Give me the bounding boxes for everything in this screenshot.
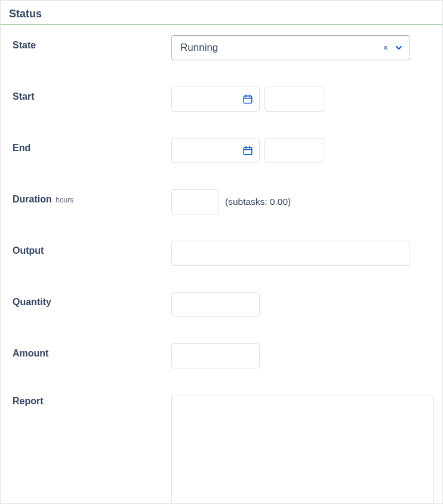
svg-rect-4 <box>244 147 252 155</box>
end-label: End <box>9 138 171 153</box>
status-form: State Running × Start End <box>1 24 442 504</box>
calendar-icon[interactable] <box>242 94 253 105</box>
clear-icon[interactable]: × <box>380 41 392 55</box>
svg-rect-0 <box>244 96 252 103</box>
amount-row: Amount <box>9 343 434 368</box>
chevron-down-icon[interactable] <box>392 43 405 53</box>
output-label: Output <box>9 241 171 256</box>
duration-hint: (subtasks: 0.00) <box>225 196 291 207</box>
state-label: State <box>9 35 171 51</box>
report-textarea[interactable] <box>171 395 434 504</box>
duration-label: Duration hours <box>9 189 171 205</box>
amount-input[interactable] <box>171 343 260 368</box>
output-row: Output <box>9 241 434 266</box>
duration-row: Duration hours (subtasks: 0.00) <box>9 189 434 214</box>
duration-input[interactable] <box>171 189 219 214</box>
report-row: Report <box>9 395 434 504</box>
start-time-input[interactable] <box>264 87 324 112</box>
duration-label-text: Duration <box>13 194 52 204</box>
quantity-label: Quantity <box>9 292 171 308</box>
start-date-input[interactable] <box>171 87 260 112</box>
amount-label: Amount <box>9 343 171 359</box>
quantity-input[interactable] <box>171 292 260 317</box>
state-select[interactable]: Running × <box>171 35 410 60</box>
end-time-input[interactable] <box>264 138 324 163</box>
state-row: State Running × <box>9 35 434 60</box>
start-label: Start <box>9 87 171 102</box>
report-label: Report <box>9 395 171 407</box>
calendar-icon[interactable] <box>242 145 253 156</box>
end-date-field[interactable] <box>178 146 242 156</box>
end-row: End <box>9 138 434 163</box>
quantity-row: Quantity <box>9 292 434 317</box>
output-input[interactable] <box>171 241 410 266</box>
start-date-field[interactable] <box>178 94 242 105</box>
duration-unit: hours <box>56 196 73 204</box>
section-title: Status <box>1 1 442 24</box>
start-row: Start <box>9 87 434 112</box>
state-select-value: Running <box>180 42 380 54</box>
end-date-input[interactable] <box>171 138 260 163</box>
